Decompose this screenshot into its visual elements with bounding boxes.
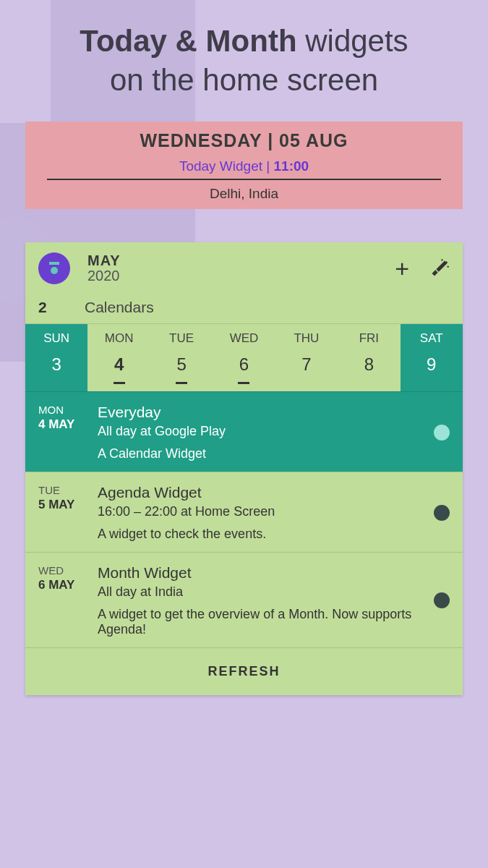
day-number: 3 xyxy=(25,354,87,375)
refresh-button[interactable]: REFRESH xyxy=(25,647,463,695)
day-number: 9 xyxy=(401,354,463,375)
event-dow: WED xyxy=(38,564,98,576)
event-subtitle: All day at Google Play xyxy=(98,424,427,439)
day-event-indicator xyxy=(176,382,187,384)
today-location: Delhi, India xyxy=(38,186,450,202)
event-color-dot xyxy=(434,425,450,441)
day-number: 6 xyxy=(213,354,275,375)
headline-bold: Today & Month xyxy=(80,24,296,58)
event-row[interactable]: WED6 MAYMonth WidgetAll day at IndiaA wi… xyxy=(25,552,463,647)
month-year: 2020 xyxy=(87,268,395,284)
event-main: EverydayAll day at Google PlayA Calendar… xyxy=(98,404,427,461)
month-widget-header: MAY 2020 + xyxy=(25,242,463,289)
month-title[interactable]: MAY 2020 xyxy=(87,252,395,284)
day-name: THU xyxy=(275,331,338,346)
event-title: Month Widget xyxy=(98,564,427,582)
event-row[interactable]: TUE5 MAYAgenda Widget16:00 – 22:00 at Ho… xyxy=(25,472,463,552)
day-event-indicator xyxy=(114,382,125,384)
headline-light-2: on the home screen xyxy=(110,63,378,97)
svg-point-0 xyxy=(445,261,448,263)
day-name: SUN xyxy=(25,331,87,346)
today-event-time: 11:00 xyxy=(274,158,309,174)
day-column[interactable]: FRI8 xyxy=(338,324,400,391)
headline-light-1: widgets xyxy=(297,24,408,58)
today-event-row: Today Widget | 11:00 xyxy=(38,158,450,174)
day-name: FRI xyxy=(338,331,400,346)
event-row[interactable]: MON4 MAYEverydayAll day at Google PlayA … xyxy=(25,391,463,472)
day-name: MON xyxy=(87,331,150,346)
day-column[interactable]: SAT9 xyxy=(401,324,463,391)
month-name: MAY xyxy=(87,252,395,269)
event-dow: MON xyxy=(38,404,98,416)
event-main: Month WidgetAll day at IndiaA widget to … xyxy=(98,564,427,637)
today-widget[interactable]: WEDNESDAY | 05 AUG Today Widget | 11:00 … xyxy=(25,122,463,209)
event-dow: TUE xyxy=(38,484,98,496)
day-column[interactable]: SUN3 xyxy=(25,324,87,391)
day-event-indicator xyxy=(238,382,249,384)
day-column[interactable]: MON4 xyxy=(87,324,150,391)
calendar-count: 2 xyxy=(38,299,85,316)
event-date-column: TUE5 MAY xyxy=(38,484,98,542)
event-subtitle: All day at India xyxy=(98,584,427,600)
event-color-dot xyxy=(434,592,450,608)
events-list: MON4 MAYEverydayAll day at Google PlayA … xyxy=(25,391,463,647)
event-date: 6 MAY xyxy=(38,578,98,592)
event-description: A widget to get the overview of a Month.… xyxy=(98,607,427,637)
day-column[interactable]: THU7 xyxy=(275,324,338,391)
day-column[interactable]: TUE5 xyxy=(150,324,213,391)
event-main: Agenda Widget16:00 – 22:00 at Home Scree… xyxy=(98,484,427,542)
event-description: A Calendar Widget xyxy=(98,446,427,461)
event-date-column: WED6 MAY xyxy=(38,564,98,637)
svg-point-1 xyxy=(441,259,442,260)
plus-icon[interactable]: + xyxy=(395,256,409,281)
day-column[interactable]: WED6 xyxy=(213,324,275,391)
event-date: 5 MAY xyxy=(38,498,98,512)
event-date-column: MON4 MAY xyxy=(38,404,98,461)
svg-point-2 xyxy=(448,265,449,267)
event-title: Everyday xyxy=(98,404,427,421)
month-widget: MAY 2020 + 2 Calendars SUN3MON4TUE5WED6T… xyxy=(25,242,463,695)
today-event-label: Today Widget | xyxy=(179,158,274,174)
day-name: WED xyxy=(213,331,275,346)
week-row: SUN3MON4TUE5WED6THU7FRI8SAT9 xyxy=(25,323,463,391)
day-number: 4 xyxy=(87,354,150,375)
event-description: A widget to check the events. xyxy=(98,527,427,542)
event-color-dot xyxy=(434,505,450,521)
calendars-row[interactable]: 2 Calendars xyxy=(25,289,463,323)
event-subtitle: 16:00 – 22:00 at Home Screen xyxy=(98,504,427,519)
wand-icon[interactable] xyxy=(429,258,450,278)
day-name: SAT xyxy=(401,331,463,346)
event-title: Agenda Widget xyxy=(98,484,427,501)
today-date: WEDNESDAY | 05 AUG xyxy=(38,130,450,151)
divider xyxy=(47,179,441,180)
event-date: 4 MAY xyxy=(38,417,98,432)
headline: Today & Month widgets on the home screen xyxy=(0,0,488,107)
day-number: 7 xyxy=(275,354,338,375)
day-number: 8 xyxy=(338,354,400,375)
day-number: 5 xyxy=(150,354,213,375)
app-icon[interactable] xyxy=(38,252,70,284)
day-name: TUE xyxy=(150,331,213,346)
calendar-label: Calendars xyxy=(85,299,154,316)
